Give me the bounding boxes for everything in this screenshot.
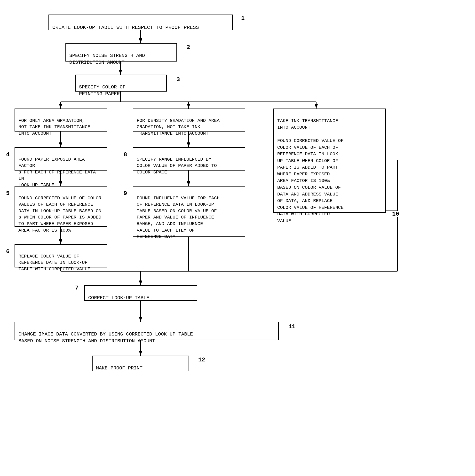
label-5: 5 bbox=[6, 190, 9, 197]
box-4: FOR ONLY AREA GRADATION, NOT TAKE INK TR… bbox=[15, 108, 107, 132]
label-10: 10 bbox=[392, 211, 399, 217]
box-12: REPLACE COLOR VALUE OF REFERENCE DATE IN… bbox=[15, 244, 107, 267]
label-8: 8 bbox=[123, 152, 127, 158]
box-2: SPECIFY NOISE STRENGTH AND DISTRIBUTION … bbox=[65, 43, 177, 62]
box-14: CHANGE IMAGE DATA CONVERTED BY USING COR… bbox=[15, 322, 279, 340]
label-6: 6 bbox=[6, 248, 9, 255]
label-12: 12 bbox=[198, 357, 205, 363]
box-3: SPECIFY COLOR OF PRINTING PAPER bbox=[75, 75, 167, 92]
box-9: TAKE INK TRANSMITTANCE INTO ACCOUNT FOUN… bbox=[273, 108, 386, 213]
box-8: SPECIFY RANGE INFLUENCED BY COLOR VALUE … bbox=[133, 147, 245, 170]
box-13: CORRECT LOOK-UP TABLE bbox=[84, 285, 197, 301]
flowchart-diagram: CREATE LOOK-UP TABLE WITH RESPECT TO PRO… bbox=[0, 0, 475, 476]
label-9: 9 bbox=[123, 190, 127, 197]
box-5: FOR DENSITY GRADATION AND AREA GRADATION… bbox=[133, 108, 245, 132]
label-2: 2 bbox=[187, 44, 190, 51]
label-1: 1 bbox=[241, 15, 245, 22]
box-7: FOUND PAPER EXPOSED AREA FACTOR α FOR EA… bbox=[15, 147, 107, 170]
label-7: 7 bbox=[75, 285, 79, 291]
box-15: MAKE PROOF PRINT bbox=[92, 356, 189, 371]
box-1: CREATE LOOK-UP TABLE WITH RESPECT TO PRO… bbox=[49, 15, 233, 30]
box-11: FOUND INFLUENCE VALUE FOR EACH OF REFERE… bbox=[133, 186, 245, 237]
label-4: 4 bbox=[6, 152, 9, 158]
label-11: 11 bbox=[288, 323, 295, 330]
box-10: FOUND CORRECTED VALUE OF COLOR VALUES OF… bbox=[15, 186, 107, 227]
label-3: 3 bbox=[176, 76, 180, 83]
